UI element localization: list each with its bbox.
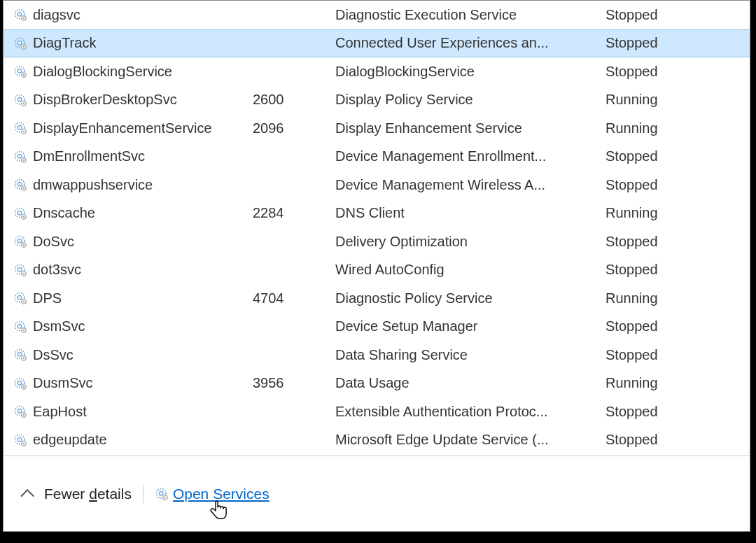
service-status: Stopped <box>606 234 732 250</box>
open-services-link[interactable]: Open Services <box>155 486 270 502</box>
svg-point-47 <box>23 330 24 331</box>
footer-bar: Fewer details Open Services <box>4 456 750 531</box>
svg-point-53 <box>18 381 22 385</box>
service-gear-icon <box>13 206 33 220</box>
service-description: DNS Client <box>335 205 606 221</box>
service-description: Delivery Optimization <box>335 234 606 250</box>
task-manager-services-panel: diagsvcDiagnostic Execution ServiceStopp… <box>3 0 750 532</box>
svg-point-15 <box>23 103 24 104</box>
service-name: DPS <box>33 290 253 306</box>
hand-cursor-icon <box>209 500 229 526</box>
fewer-details-post: etails <box>97 486 132 502</box>
service-status: Stopped <box>606 318 732 334</box>
svg-point-39 <box>23 273 24 274</box>
service-description: Diagnostic Execution Service <box>335 7 606 23</box>
svg-point-67 <box>164 496 166 498</box>
service-status: Stopped <box>606 432 732 448</box>
svg-point-25 <box>18 183 22 187</box>
svg-point-23 <box>23 160 24 161</box>
service-row[interactable]: Dnscache2284DNS ClientRunning <box>4 199 750 228</box>
svg-point-21 <box>18 154 22 158</box>
service-row[interactable]: DPS4704Diagnostic Policy ServiceRunning <box>4 284 750 313</box>
service-status: Running <box>606 120 732 136</box>
service-gear-icon <box>13 36 33 50</box>
service-status: Stopped <box>606 177 732 193</box>
service-name: DsSvc <box>33 347 253 363</box>
svg-point-49 <box>18 353 22 357</box>
service-row[interactable]: dot3svcWired AutoConfigStopped <box>4 256 750 285</box>
service-gear-icon <box>13 376 33 390</box>
service-pid: 2600 <box>253 92 335 108</box>
service-row[interactable]: dmwappushserviceDevice Management Wirele… <box>4 171 750 199</box>
svg-point-11 <box>23 74 24 76</box>
service-row[interactable]: DsmSvcDevice Setup ManagerStopped <box>4 313 750 341</box>
svg-point-65 <box>159 491 163 495</box>
svg-point-3 <box>23 17 24 19</box>
services-table[interactable]: diagsvcDiagnostic Execution ServiceStopp… <box>4 1 750 456</box>
service-name: dmwappushservice <box>33 177 253 193</box>
service-status: Stopped <box>606 35 732 51</box>
service-description: Data Usage <box>335 375 606 391</box>
service-pid: 2096 <box>253 120 335 136</box>
service-gear-icon <box>13 348 33 362</box>
service-gear-icon <box>13 320 33 334</box>
svg-point-13 <box>18 97 22 101</box>
svg-point-41 <box>18 296 22 300</box>
service-status: Stopped <box>606 7 732 23</box>
service-gear-icon <box>13 64 33 78</box>
service-gear-icon <box>13 8 33 22</box>
service-row[interactable]: DmEnrollmentSvcDevice Management Enrollm… <box>4 143 750 171</box>
service-name: dot3svc <box>33 262 253 278</box>
service-description: Data Sharing Service <box>335 347 606 363</box>
svg-point-7 <box>23 46 24 48</box>
svg-point-45 <box>18 324 22 328</box>
service-name: edgeupdate <box>33 432 253 448</box>
service-name: diagsvc <box>33 7 253 23</box>
service-description: Wired AutoConfig <box>335 262 606 278</box>
open-services-pre: Open <box>173 486 213 502</box>
service-row[interactable]: diagsvcDiagnostic Execution ServiceStopp… <box>4 1 750 29</box>
svg-point-27 <box>23 188 24 189</box>
service-row[interactable]: DsSvcData Sharing ServiceStopped <box>4 341 750 369</box>
service-row[interactable]: DisplayEnhancementService2096Display Enh… <box>4 114 750 143</box>
service-gear-icon <box>13 178 33 192</box>
svg-point-17 <box>18 126 22 130</box>
svg-point-55 <box>23 386 24 388</box>
svg-point-35 <box>23 244 24 246</box>
service-gear-icon <box>13 121 33 135</box>
service-row[interactable]: DiagTrackConnected User Experiences an..… <box>4 29 750 58</box>
service-description: DialogBlockingService <box>335 64 606 80</box>
svg-point-57 <box>18 409 22 414</box>
service-gear-icon <box>13 150 33 164</box>
service-gear-icon <box>13 291 33 305</box>
service-status: Stopped <box>606 148 732 164</box>
service-row[interactable]: EapHostExtensible Authentication Protoc.… <box>4 397 750 426</box>
service-gear-icon <box>13 433 33 447</box>
service-pid: 3956 <box>253 375 335 391</box>
service-gear-icon <box>155 487 169 501</box>
service-name: DusmSvc <box>33 375 253 391</box>
service-status: Running <box>606 375 732 391</box>
service-pid: 2284 <box>253 205 335 221</box>
service-name: DiagTrack <box>33 35 253 51</box>
svg-point-59 <box>23 414 24 416</box>
service-status: Stopped <box>606 404 732 420</box>
service-status: Stopped <box>606 64 732 80</box>
service-row[interactable]: DusmSvc3956Data UsageRunning <box>4 369 750 398</box>
service-row[interactable]: DoSvcDelivery OptimizationStopped <box>4 227 750 256</box>
open-services-key: S <box>213 486 223 502</box>
service-row[interactable]: DialogBlockingServiceDialogBlockingServi… <box>4 57 750 86</box>
service-status: Running <box>606 92 732 108</box>
svg-point-31 <box>23 216 24 218</box>
fewer-details-button[interactable]: Fewer details <box>44 486 132 502</box>
service-name: DsmSvc <box>33 318 253 334</box>
service-description: Diagnostic Policy Service <box>335 290 606 306</box>
service-gear-icon <box>13 263 33 277</box>
service-description: Display Policy Service <box>335 92 606 108</box>
service-row[interactable]: DispBrokerDesktopSvc2600Display Policy S… <box>4 86 750 115</box>
service-row[interactable]: edgeupdateMicrosoft Edge Update Service … <box>4 426 750 455</box>
svg-point-33 <box>18 239 22 244</box>
chevron-up-icon[interactable] <box>20 488 34 502</box>
service-gear-icon <box>13 93 33 107</box>
svg-point-37 <box>18 267 22 272</box>
